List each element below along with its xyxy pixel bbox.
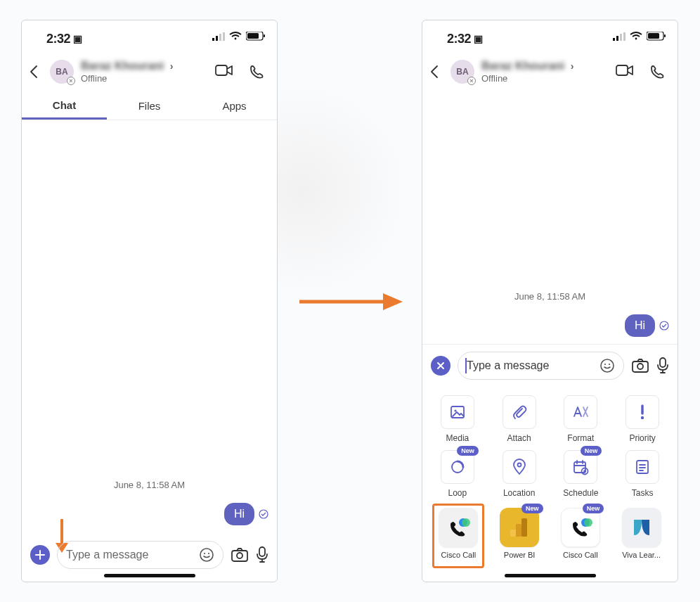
loop-icon xyxy=(449,459,466,475)
svg-point-32 xyxy=(609,364,610,365)
contact-info[interactable]: Baraz Khourani › Offline xyxy=(81,60,215,84)
new-badge: New xyxy=(521,504,543,513)
emoji-button[interactable] xyxy=(199,547,214,563)
action-priority[interactable]: Priority xyxy=(611,395,673,443)
battery-icon xyxy=(246,32,266,41)
svg-rect-23 xyxy=(623,32,626,41)
composer: Type a message xyxy=(22,538,277,572)
avatar[interactable]: BA xyxy=(451,60,474,84)
audio-call-button[interactable] xyxy=(249,64,264,79)
new-badge: New xyxy=(583,504,604,513)
svg-rect-46 xyxy=(521,518,527,537)
screenshot-right: 2:32▣ BA Baraz Khourani › Offline xyxy=(422,20,678,582)
svg-rect-47 xyxy=(516,524,521,537)
svg-point-30 xyxy=(601,359,614,372)
message-bubble[interactable]: Hi xyxy=(224,503,254,525)
back-button[interactable] xyxy=(29,65,46,79)
avatar-initials: BA xyxy=(456,67,468,77)
text-cursor xyxy=(465,358,467,373)
action-grid: Media Attach Format Priority New Loop xyxy=(422,390,678,504)
back-button[interactable] xyxy=(429,65,446,79)
wifi-icon xyxy=(630,32,642,41)
svg-marker-19 xyxy=(383,293,403,310)
cisco-call-icon xyxy=(568,515,593,540)
paperclip-icon xyxy=(511,404,528,421)
wifi-icon xyxy=(229,32,242,41)
emoji-button[interactable] xyxy=(599,358,615,373)
action-tasks[interactable]: Tasks xyxy=(611,450,673,498)
microphone-button[interactable] xyxy=(256,546,268,563)
camera-button[interactable] xyxy=(631,358,649,373)
svg-rect-7 xyxy=(264,34,265,37)
svg-point-9 xyxy=(259,510,268,518)
svg-rect-20 xyxy=(613,38,615,41)
message-bubble[interactable]: Hi xyxy=(625,314,655,337)
svg-rect-27 xyxy=(664,34,666,37)
svg-point-12 xyxy=(200,549,213,561)
svg-point-16 xyxy=(237,553,242,558)
tab-apps[interactable]: Apps xyxy=(192,92,277,120)
microphone-button[interactable] xyxy=(656,357,669,374)
chat-header: BA Baraz Khourani › Offline xyxy=(422,51,678,92)
action-schedule[interactable]: New Schedule xyxy=(550,450,612,498)
location-icon xyxy=(512,459,526,475)
svg-point-14 xyxy=(208,553,209,554)
compose-plus-button[interactable] xyxy=(30,545,50,565)
svg-rect-3 xyxy=(223,32,225,41)
conversation-area: June 8, 11:58 AM Hi xyxy=(22,133,277,531)
svg-rect-28 xyxy=(616,65,628,75)
svg-point-40 xyxy=(517,463,521,467)
face-id-icon: ▣ xyxy=(73,33,82,44)
svg-point-50 xyxy=(584,518,592,527)
priority-icon xyxy=(639,404,646,421)
svg-rect-0 xyxy=(212,38,214,41)
tab-chat[interactable]: Chat xyxy=(22,92,107,120)
annotation-highlight xyxy=(432,504,484,568)
tab-bar: Chat Files Apps xyxy=(22,92,277,120)
svg-rect-17 xyxy=(259,547,265,556)
compose-close-button[interactable] xyxy=(431,356,451,376)
app-row: Cisco Call New Power BI New xyxy=(422,504,678,559)
tasks-icon xyxy=(635,459,650,475)
svg-rect-21 xyxy=(616,36,618,41)
presence-offline-icon xyxy=(467,77,476,85)
svg-rect-8 xyxy=(216,65,227,75)
avatar[interactable]: BA xyxy=(50,60,74,84)
cellular-icon xyxy=(613,32,626,41)
read-receipt-icon xyxy=(259,509,268,519)
action-attach[interactable]: Attach xyxy=(488,395,550,443)
battery-icon xyxy=(647,32,666,41)
action-location[interactable]: Location xyxy=(488,450,550,498)
date-label: June 8, 11:58 AM xyxy=(422,291,678,302)
svg-point-24 xyxy=(635,38,637,40)
conversation-area: June 8, 11:58 AM Hi xyxy=(422,105,678,342)
action-loop[interactable]: New Loop xyxy=(427,450,488,498)
message-input[interactable]: Type a message xyxy=(458,352,624,380)
message-placeholder: Type a message xyxy=(467,359,549,372)
contact-info[interactable]: Baraz Khourani › Offline xyxy=(481,60,616,84)
svg-point-38 xyxy=(641,416,644,419)
camera-button[interactable] xyxy=(231,547,249,563)
status-bar: 2:32▣ xyxy=(22,20,277,39)
action-format[interactable]: Format xyxy=(550,395,612,443)
message-input[interactable]: Type a message xyxy=(57,541,223,569)
svg-point-29 xyxy=(660,321,668,330)
svg-point-13 xyxy=(204,553,205,554)
message-placeholder: Type a message xyxy=(66,549,148,561)
status-time: 2:32▣ xyxy=(447,32,483,46)
app-cisco-call[interactable]: Cisco Call xyxy=(428,508,489,559)
contact-name: Baraz Khourani xyxy=(481,60,564,72)
composer: Type a message xyxy=(422,345,678,390)
action-media[interactable]: Media xyxy=(427,395,488,443)
format-icon xyxy=(571,404,590,421)
app-viva-learning[interactable]: Viva Lear... xyxy=(611,508,672,559)
audio-call-button[interactable] xyxy=(649,64,665,79)
video-call-button[interactable] xyxy=(616,64,634,79)
app-power-bi[interactable]: New Power BI xyxy=(489,508,550,559)
svg-point-37 xyxy=(454,409,456,411)
app-cisco-call-2[interactable]: New Cisco Call xyxy=(550,508,611,559)
compose-drawer: Type a message Media Attach xyxy=(422,344,678,572)
tab-files[interactable]: Files xyxy=(107,92,192,120)
svg-point-31 xyxy=(604,364,606,365)
video-call-button[interactable] xyxy=(215,64,233,79)
